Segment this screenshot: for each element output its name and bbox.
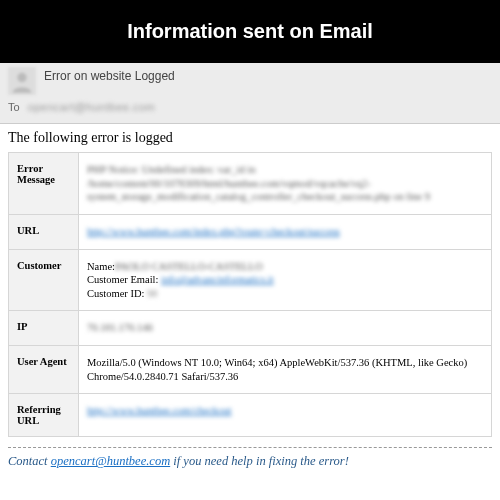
ip-value: 70.181.170.146 [87,322,153,333]
customer-id-value: 98 [147,288,158,299]
table-row: IP 70.181.170.146 [9,311,492,346]
to-value: opencart@huntbee.com [28,101,156,113]
contact-suffix: if you need help in fixing the error! [170,454,349,468]
referring-url-link[interactable]: http://www.huntbee.com/checkout [87,405,232,416]
row-label: Error Message [9,153,79,215]
error-table: Error Message PHP Notice: Undefined inde… [8,152,492,437]
customer-cell: Name:PAOLO CASTELLO-CASTELLO Customer Em… [79,249,492,311]
contact-prefix: Contact [8,454,51,468]
row-label: Referring URL [9,394,79,437]
user-agent-value: Mozilla/5.0 (Windows NT 10.0; Win64; x64… [79,346,492,394]
email-subject: Error on website Logged [44,69,175,83]
row-label: URL [9,214,79,249]
sender-avatar-icon [8,67,36,95]
email-body: The following error is logged Error Mess… [0,124,500,477]
page-title: Information sent on Email [0,0,500,63]
table-row: Error Message PHP Notice: Undefined inde… [9,153,492,215]
customer-name-value: PAOLO CASTELLO-CASTELLO [115,261,263,272]
url-link[interactable]: http://www.huntbee.com/index.php?route=c… [87,226,340,237]
table-row: Referring URL http://www.huntbee.com/che… [9,394,492,437]
table-row: User Agent Mozilla/5.0 (Windows NT 10.0;… [9,346,492,394]
body-heading: The following error is logged [8,130,492,146]
divider [8,447,492,448]
customer-email-link[interactable]: info@advancinformatics.it [161,274,274,285]
table-row: URL http://www.huntbee.com/index.php?rou… [9,214,492,249]
customer-name-label: Name: [87,261,115,272]
row-label: User Agent [9,346,79,394]
row-label: IP [9,311,79,346]
row-label: Customer [9,249,79,311]
contact-email-link[interactable]: opencart@huntbee.com [51,454,170,468]
customer-email-label: Customer Email: [87,274,158,285]
email-header: Error on website Logged To opencart@hunt… [0,63,500,124]
svg-point-1 [17,73,26,82]
contact-line: Contact opencart@huntbee.com if you need… [8,454,492,469]
customer-id-label: Customer ID: [87,288,144,299]
table-row: Customer Name:PAOLO CASTELLO-CASTELLO Cu… [9,249,492,311]
to-label: To [8,101,20,113]
error-message-value: PHP Notice: Undefined index: var_id in /… [87,164,430,202]
